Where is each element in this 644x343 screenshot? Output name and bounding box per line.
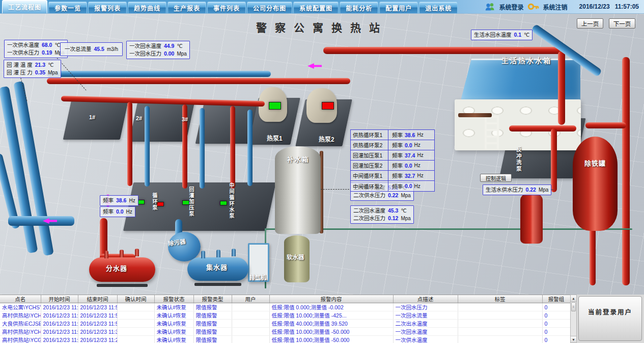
nav-tab-8[interactable]: 系统配置图 xyxy=(293,2,339,13)
manifold-stub xyxy=(120,250,124,257)
scroll-thumb[interactable]: ≡ xyxy=(571,302,576,311)
alarm-column-header[interactable]: 结束时间 xyxy=(78,295,117,303)
circ-pump-label: 循环泵 xyxy=(151,193,158,211)
manifold-stub xyxy=(216,250,220,257)
pump-status-led xyxy=(137,200,145,204)
alarm-column-header[interactable]: 报警类型 xyxy=(193,295,232,303)
alarm-column-header[interactable]: 标签 xyxy=(458,295,542,303)
scroll-down-button[interactable]: ▼ xyxy=(571,336,576,342)
exchanger-1-label: 1# xyxy=(89,114,95,120)
pump-freq-part: 0.0 xyxy=(405,183,412,189)
pump-name: 中间循环泵2 xyxy=(351,181,388,191)
info-unit: ℃ xyxy=(54,42,60,49)
pipe-segment xyxy=(247,110,253,186)
pipe-segment xyxy=(458,113,492,117)
info-value: 0.12 xyxy=(388,215,398,222)
alarm-cell xyxy=(117,303,154,311)
alarm-cell: 限值报警 xyxy=(193,303,232,311)
info-unit: Hz xyxy=(129,197,135,204)
info-label: 一次供水压力 xyxy=(7,49,39,56)
info-label: 生活水供水压力 xyxy=(486,186,523,193)
info-value: 0.35 xyxy=(35,69,45,76)
alarm-cell: 高村供热站\YCGSWD xyxy=(0,336,41,343)
alarm-row[interactable]: 大良供热\ECJSED2016/12/23 11:55:4...2016/12/… xyxy=(0,320,570,328)
alarm-cell: 限值报警 xyxy=(193,328,232,336)
alarm-row[interactable]: 高村供热站\YCHSWD2016/12/23 11:35:4...2016/12… xyxy=(0,328,570,336)
alarm-cell: 低报:限值 10.000;测量值 -50.000 xyxy=(269,336,393,343)
alarm-cell: 2016/12/23 11:56:0... xyxy=(78,320,117,328)
pump-name: 回灌加压泵2 xyxy=(351,161,388,170)
info-label: 频率 xyxy=(103,208,114,215)
pipe-segment xyxy=(585,122,626,128)
alarm-table-scrollbar[interactable]: ▲ ≡ ▼ xyxy=(570,295,577,343)
info-label: 生活水回水温度 xyxy=(474,31,512,38)
nav-tab-10[interactable]: 配置用户 xyxy=(379,2,418,13)
alarm-column-header[interactable]: 报警内容 xyxy=(269,295,393,303)
alarm-cell: 2016/12/23 11:56:5... xyxy=(78,303,117,311)
info-unit: ℃ xyxy=(524,32,529,39)
datetime: 2016/12/23 11:57:05 xyxy=(579,3,639,10)
mid-circ-pump-label: 中间循环水泵 xyxy=(228,182,235,219)
prev-page-button[interactable]: 上一页 xyxy=(577,18,603,29)
alarm-column-header[interactable]: 报警组 xyxy=(542,295,570,303)
alarm-row[interactable]: 高村供热站\YCGSWD2016/12/23 11:24:2...2016/12… xyxy=(0,336,570,343)
scroll-up-button[interactable]: ▲ xyxy=(571,295,576,302)
pipe-segment xyxy=(323,47,565,54)
pump-freq-part: 0.0 xyxy=(405,142,412,148)
pump-freq-part: 38.6 xyxy=(405,132,415,138)
pump-freq-row: 回灌加压泵2频率0.0Hz xyxy=(351,161,434,171)
logout-button[interactable]: 系统注销 xyxy=(543,3,568,11)
manifold-legs xyxy=(194,283,241,286)
freq-box-2: 频率0.0Hz xyxy=(100,206,135,217)
pump-freq-part: 32.7 xyxy=(405,173,415,179)
info-label: 二次回水温度 xyxy=(353,207,385,214)
login-button[interactable]: 系统登录 xyxy=(499,3,524,11)
iron-removal-tank xyxy=(573,137,618,231)
nav-tab-9[interactable]: 能耗分析 xyxy=(340,2,378,13)
nav-tab-11[interactable]: 退出系统 xyxy=(419,2,458,13)
alarm-column-header[interactable]: 点名 xyxy=(0,295,41,303)
pump-freq-part: 频率 xyxy=(392,151,403,159)
info-value: 0.1 xyxy=(514,31,522,38)
info-value: 0.0 xyxy=(116,208,124,215)
exchanger-1-plate xyxy=(63,100,129,140)
pump-freq-row: 中间循环泵1频率32.7Hz xyxy=(351,171,434,181)
alarm-column-header[interactable]: 开始时间 xyxy=(41,295,78,303)
alarm-cell xyxy=(458,336,542,343)
alarm-column-header[interactable]: 用户 xyxy=(232,295,269,303)
info-unit: Mpa xyxy=(401,192,410,199)
alarm-cell: 0 xyxy=(542,311,570,320)
time-label: 11:57:05 xyxy=(615,3,639,10)
nav-tab-7[interactable]: 公司分布图 xyxy=(247,2,292,13)
alarm-column-header[interactable]: 报警状态 xyxy=(154,295,193,303)
alarm-cell: 低报:限值 40.000;测量值 39.520 xyxy=(269,320,393,328)
alarm-column-header[interactable]: 点描述 xyxy=(393,295,458,303)
manifold-stub xyxy=(232,249,236,256)
nav-tab-5[interactable]: 生产报表 xyxy=(167,2,206,13)
pipe-segment xyxy=(200,108,205,189)
nav-tab-4[interactable]: 趋势曲线 xyxy=(128,2,166,13)
alarm-row[interactable]: 水电公寓\YCHSYL2016/12/23 11:56:4...2016/12/… xyxy=(0,303,570,311)
pipe-segment xyxy=(127,102,132,186)
softener-label: 软水器 xyxy=(287,253,304,261)
alarm-cell: 低报:限值 0.000;测量值 -0.002 xyxy=(269,303,393,311)
secondary-return-box: 二次回水温度45.3℃二次回水压力0.12Mpa xyxy=(350,205,414,224)
alarm-cell: 低报:限值 10.000;测量值 -425... xyxy=(269,311,393,320)
pipe-segment xyxy=(558,51,565,125)
alarm-cell xyxy=(458,311,542,320)
nav-tab-6[interactable]: 事件列表 xyxy=(207,2,246,13)
alarm-table-body: 水电公寓\YCHSYL2016/12/23 11:56:4...2016/12/… xyxy=(0,303,570,343)
nav-tab-1[interactable]: 工艺流程图 xyxy=(2,0,47,13)
nav-tab-2[interactable]: 参数一览 xyxy=(48,2,87,13)
next-page-button[interactable]: 下一页 xyxy=(609,18,635,29)
pipe-segment xyxy=(47,78,350,84)
nav-tabs: 工艺流程图参数一览报警列表趋势曲线生产报表事件列表公司分布图系统配置图能耗分析配… xyxy=(0,0,458,13)
pump-freq-part: Hz xyxy=(414,163,421,168)
alarm-table-wrap: 点名开始时间结束时间确认时间报警状态报警类型用户报警内容点描述标签报警组 水电公… xyxy=(0,295,570,343)
alarm-column-header[interactable]: 确认时间 xyxy=(117,295,154,303)
control-logic-button[interactable]: 控制逻辑 xyxy=(480,174,512,182)
alarm-row[interactable]: 高村供热站\YCHSLL2016/12/23 11:56:1...2016/12… xyxy=(0,311,570,320)
nav-tab-3[interactable]: 报警列表 xyxy=(88,2,127,13)
info-label: 回 灌 压 力 xyxy=(7,69,33,76)
pump-freq-part: 0.0 xyxy=(405,163,412,169)
